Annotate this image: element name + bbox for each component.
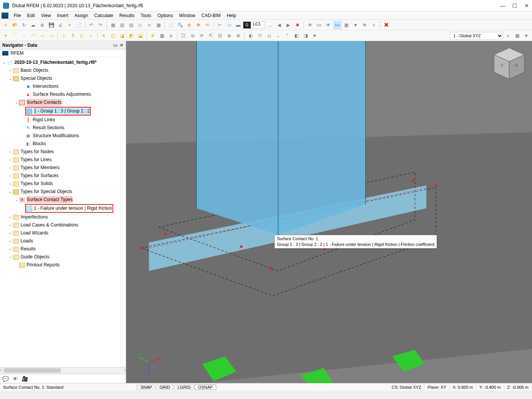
loadcase-combo[interactable]: LC1: [252, 21, 265, 29]
edit-divide-icon[interactable]: ⊟: [216, 32, 224, 40]
cloud-icon[interactable]: ☁: [29, 21, 37, 29]
display-toggle-1-icon[interactable]: 👁: [306, 21, 314, 29]
menu-calculate[interactable]: Calculate: [91, 12, 116, 19]
panel-tab-views-icon[interactable]: 🎥: [22, 376, 28, 382]
minimize-button[interactable]: —: [500, 3, 505, 9]
tree-types-solids[interactable]: ›Types for Solids: [0, 180, 126, 188]
surface-icon[interactable]: ▭: [225, 21, 233, 29]
tree-rigid-links[interactable]: ┃Rigid Links: [0, 116, 126, 124]
surface-star-icon[interactable]: ✦: [100, 32, 108, 40]
display-xxx2-icon[interactable]: xxx: [333, 21, 342, 29]
edit-extrude-icon[interactable]: ⇱: [207, 32, 215, 40]
solid-tool1-icon[interactable]: ▦: [158, 32, 166, 40]
tree-types-surfaces[interactable]: ›Types for Surfaces: [0, 172, 126, 180]
select-icon[interactable]: ⬚: [167, 21, 175, 29]
node-arc-icon[interactable]: ⌒: [11, 32, 19, 40]
member-star-icon[interactable]: ✧: [60, 32, 68, 40]
view-toggle-icon[interactable]: 👁: [361, 21, 369, 29]
close-model-icon[interactable]: ✖: [382, 21, 391, 29]
menu-window[interactable]: Window: [176, 12, 198, 19]
visibility-dd-icon[interactable]: ▼: [310, 32, 319, 40]
solid-star-icon[interactable]: ✵: [149, 32, 157, 40]
doc-icon[interactable]: 📄: [74, 21, 83, 29]
visibility-icon[interactable]: ◨: [301, 32, 310, 40]
zoom-all-icon[interactable]: ⊕: [185, 21, 193, 29]
table1-icon[interactable]: ▦: [109, 21, 117, 29]
expand2-icon[interactable]: »: [504, 32, 512, 40]
save-icon[interactable]: 💾: [47, 21, 55, 29]
section-icon[interactable]: ◐: [247, 32, 255, 40]
grid-display-icon[interactable]: ▦: [342, 21, 351, 29]
expand-icon[interactable]: »: [370, 21, 378, 29]
status-lgrid[interactable]: LGRID: [174, 385, 194, 390]
tree-load-cases-comb[interactable]: ›Load Cases & Combinations: [0, 221, 126, 229]
edit-connect-icon[interactable]: ⊕: [234, 32, 242, 40]
menu-assign[interactable]: Assign: [71, 12, 91, 19]
model-viewport[interactable]: X Y Z -Y -X Surface Contact No. 1 Group …: [126, 41, 532, 383]
undo-icon[interactable]: ↶: [87, 21, 95, 29]
edit-mirror-icon[interactable]: ⧉: [188, 32, 197, 40]
edit-rotate-icon[interactable]: ⟳: [198, 32, 206, 40]
menu-view[interactable]: View: [38, 12, 54, 19]
navigation-cube[interactable]: -Y -X: [491, 46, 527, 82]
menu-results[interactable]: Results: [116, 12, 138, 19]
node-icon[interactable]: ✶: [2, 32, 10, 40]
loadcase-rename-icon[interactable]: ...: [266, 21, 274, 29]
clip2-icon[interactable]: ⊔: [265, 32, 273, 40]
console-icon[interactable]: ▷: [136, 21, 144, 29]
global-cs-dropdown[interactable]: 1 - Global XYZ: [450, 32, 503, 40]
display-xxx-icon[interactable]: xxx: [315, 21, 323, 29]
scroll-left-icon[interactable]: ‹: [0, 367, 2, 373]
render-mode-icon[interactable]: ▼: [352, 21, 360, 29]
menu-edit[interactable]: Edit: [24, 12, 38, 19]
tree-structure-mods[interactable]: ▦Structure Modifications: [0, 132, 126, 140]
tree-surface-contacts[interactable]: ⌄Surface Contacts: [0, 98, 126, 106]
navigator-tree[interactable]: ⌄📄2020-10-13_Flächenkontakt_fertig.rf6* …: [0, 57, 126, 367]
member-channel-icon[interactable]: ⊏: [78, 32, 86, 40]
menu-help[interactable]: Help: [224, 12, 239, 19]
status-snap[interactable]: SNAP: [137, 385, 155, 390]
print-icon[interactable]: 🖨: [56, 21, 65, 29]
scroll-right-icon[interactable]: ›: [124, 367, 126, 373]
line-icon[interactable]: ⟋: [20, 32, 28, 40]
tree-guide-objects[interactable]: ›Guide Objects: [0, 253, 126, 261]
polyline-icon[interactable]: ▱: [38, 32, 46, 40]
tree-sct-item[interactable]: 1 - Failure under tension | Rigid fricti…: [0, 204, 126, 213]
table3-icon[interactable]: ▤: [127, 21, 135, 29]
close-button[interactable]: ✕: [524, 3, 529, 9]
tree-special-objects[interactable]: ⌄Special Objects: [0, 74, 126, 82]
maximize-button[interactable]: ☐: [512, 3, 517, 9]
rotate-icon[interactable]: ⟲: [203, 21, 212, 29]
edit-copy-icon[interactable]: ⿻: [179, 32, 188, 40]
script-icon[interactable]: sc: [145, 21, 154, 29]
workplane-icon[interactable]: ▩: [513, 32, 521, 40]
tree-basic-objects[interactable]: ›Basic Objects: [0, 66, 126, 74]
clip1-icon[interactable]: ⊓: [256, 32, 264, 40]
display-show-icon[interactable]: 👁: [324, 21, 332, 29]
tree-file-root[interactable]: ⌄📄2020-10-13_Flächenkontakt_fertig.rf6*: [0, 59, 126, 66]
menu-tools[interactable]: Tools: [138, 12, 154, 19]
tree-surface-results-adj[interactable]: ▲Surface Results Adjustments: [0, 90, 126, 98]
tree-types-nodes[interactable]: ›Types for Nodes: [0, 148, 126, 156]
menu-options[interactable]: Options: [154, 12, 176, 19]
arc-icon[interactable]: ◠: [29, 32, 37, 40]
surface-tool2-icon[interactable]: ◪: [118, 32, 126, 40]
edit-intersect-icon[interactable]: ⊗: [225, 32, 233, 40]
menu-insert[interactable]: Insert: [54, 12, 71, 19]
pan-icon[interactable]: ✥: [194, 21, 203, 29]
panel-float-icon[interactable]: ▭: [113, 43, 117, 48]
tree-loads[interactable]: ›Loads: [0, 237, 126, 245]
panel-tab-display-icon[interactable]: 👁: [13, 376, 18, 382]
surface-tool1-icon[interactable]: ◫: [109, 32, 117, 40]
prev-lc-icon[interactable]: ◀: [275, 21, 283, 29]
tree-types-special[interactable]: ⌄Types for Special Objects: [0, 188, 126, 196]
reload-icon[interactable]: ↻: [20, 21, 28, 29]
tree-surface-contact-types[interactable]: ⌄≡Surface Contact Types: [0, 196, 126, 204]
tree-intersections[interactable]: ◆Intersections: [0, 82, 126, 90]
loadcase-g-chip[interactable]: G: [243, 22, 251, 28]
tree-load-wizards[interactable]: ›Load Wizards: [0, 229, 126, 237]
tree-imperfections[interactable]: ›Imperfections: [0, 213, 126, 221]
rect-icon[interactable]: ▭: [47, 32, 55, 40]
tree-surface-contact-item[interactable]: 1 - Group 1 : 3 | Group 2 : 2: [0, 106, 126, 116]
next-lc-icon[interactable]: ▶: [284, 21, 293, 29]
